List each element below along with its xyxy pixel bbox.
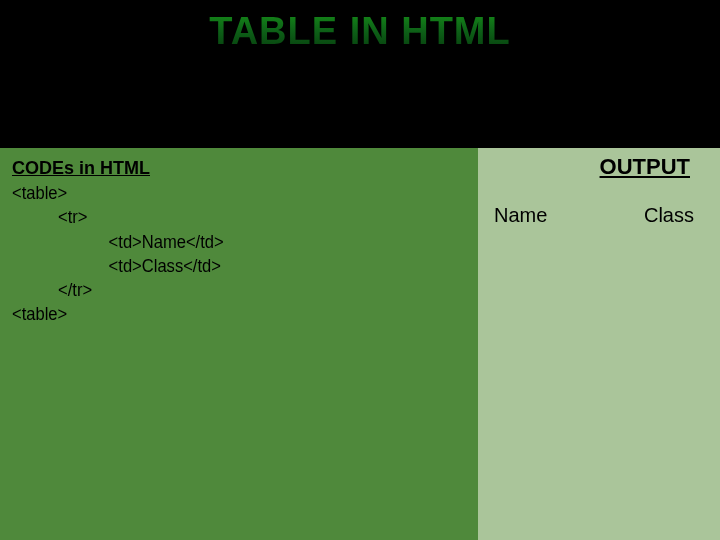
output-cell-name: Name xyxy=(494,204,547,227)
slide-title: TABLE IN HTML xyxy=(0,0,720,53)
code-heading: CODEs in HTML xyxy=(12,158,466,179)
content-panels: CODEs in HTML <table> <tr> <td>Name</td>… xyxy=(0,148,720,540)
output-cell-class: Class xyxy=(644,204,694,227)
code-block: <table> <tr> <td>Name</td> <td>Class</td… xyxy=(12,181,430,327)
output-heading: OUTPUT xyxy=(600,154,690,180)
output-row: Name Class xyxy=(492,204,706,227)
code-panel: CODEs in HTML <table> <tr> <td>Name</td>… xyxy=(0,148,478,540)
output-panel: OUTPUT Name Class xyxy=(478,148,720,540)
